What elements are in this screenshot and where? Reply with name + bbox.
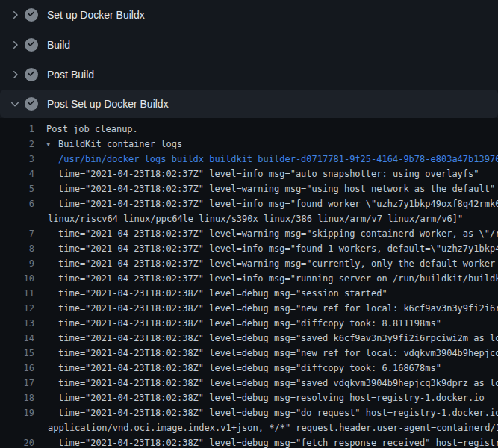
step-row-post-build[interactable]: Post Build: [0, 60, 498, 90]
log-line-text: time="2021-04-23T18:02:38Z" level=debug …: [58, 316, 441, 331]
line-number[interactable]: 8: [0, 241, 34, 256]
line-number[interactable]: 7: [0, 226, 34, 241]
log-line: 5 time="2021-04-23T18:02:37Z" level=warn…: [0, 181, 498, 196]
line-number[interactable]: 14: [0, 331, 34, 346]
line-number[interactable]: 5: [0, 181, 34, 196]
log-line: 15 time="2021-04-23T18:02:38Z" level=deb…: [0, 346, 498, 361]
step-row-post-set-up-docker-buildx[interactable]: Post Set up Docker Buildx: [0, 90, 498, 118]
line-number[interactable]: 19: [0, 405, 34, 420]
log-line: 11 time="2021-04-23T18:02:38Z" level=deb…: [0, 286, 498, 301]
log-line: 16 time="2021-04-23T18:02:38Z" level=deb…: [0, 361, 498, 376]
log-line-text: time="2021-04-23T18:02:37Z" level=warnin…: [58, 226, 498, 241]
log-line-text: time="2021-04-23T18:02:38Z" level=debug …: [58, 361, 441, 376]
log-line: 19 time="2021-04-23T18:02:38Z" level=deb…: [0, 405, 498, 420]
line-number[interactable]: 12: [0, 301, 34, 316]
log-line-text: time="2021-04-23T18:02:38Z" level=debug …: [58, 405, 498, 420]
line-number[interactable]: 17: [0, 376, 34, 391]
check-circle-icon: [25, 38, 38, 52]
check-circle-icon: [25, 68, 38, 81]
chevron-right-icon: [9, 69, 21, 81]
log-line-text: time="2021-04-23T18:02:37Z" level=info m…: [58, 167, 479, 181]
chevron-right-icon: [9, 39, 21, 51]
line-number[interactable]: 6: [0, 196, 34, 211]
log-line-text: time="2021-04-23T18:02:37Z" level=info m…: [58, 241, 498, 256]
log-line: 20 time="2021-04-23T18:02:38Z" level=deb…: [0, 435, 498, 448]
log-line: 2 ▼BuildKit container logs: [0, 137, 498, 152]
log-line: 9 time="2021-04-23T18:02:37Z" level=warn…: [0, 256, 498, 271]
line-number[interactable]: 9: [0, 256, 34, 271]
line-number[interactable]: 20: [0, 435, 34, 448]
step-label: Post Build: [47, 69, 94, 81]
log-line: 7 time="2021-04-23T18:02:37Z" level=warn…: [0, 226, 498, 241]
step-row-set-up-docker-buildx[interactable]: Set up Docker Buildx: [0, 0, 498, 30]
line-number[interactable]: 16: [0, 361, 34, 376]
log-line: 17 time="2021-04-23T18:02:38Z" level=deb…: [0, 376, 498, 391]
step-row-build[interactable]: Build: [0, 30, 498, 60]
line-number[interactable]: 18: [0, 391, 34, 405]
line-number[interactable]: 3: [0, 152, 34, 167]
log-line-text: time="2021-04-23T18:02:37Z" level=warnin…: [58, 181, 495, 196]
log-line-text: linux/riscv64 linux/ppc64le linux/s390x …: [48, 211, 463, 226]
line-number[interactable]: 2: [0, 137, 34, 152]
line-number[interactable]: 13: [0, 316, 34, 331]
log-line: 13 time="2021-04-23T18:02:38Z" level=deb…: [0, 316, 498, 331]
log-line: 1 Post job cleanup.: [0, 122, 498, 137]
step-list: Set up Docker Buildx Build: [0, 0, 498, 118]
log-line-text: time="2021-04-23T18:02:37Z" level=info m…: [58, 196, 498, 211]
log-line: 6 time="2021-04-23T18:02:37Z" level=info…: [0, 196, 498, 211]
line-number[interactable]: 4: [0, 167, 34, 181]
log-line-text: ▼BuildKit container logs: [46, 137, 182, 152]
step-label: Post Set up Docker Buildx: [47, 98, 169, 110]
line-number[interactable]: 1: [0, 122, 34, 137]
chevron-down-icon: [9, 98, 21, 110]
log-line-text: /usr/bin/docker logs buildx_buildkit_bui…: [58, 152, 498, 167]
log-line: 4 time="2021-04-23T18:02:37Z" level=info…: [0, 167, 498, 181]
line-number[interactable]: 10: [0, 271, 34, 286]
log-line: application/vnd.oci.image.index.v1+json,…: [0, 420, 498, 435]
log-line-text: time="2021-04-23T18:02:38Z" level=debug …: [58, 331, 498, 346]
log-line-text: time="2021-04-23T18:02:37Z" level=info m…: [58, 271, 498, 286]
log-line: 14 time="2021-04-23T18:02:38Z" level=deb…: [0, 331, 498, 346]
log-line-text: time="2021-04-23T18:02:38Z" level=debug …: [58, 286, 387, 301]
log-line-text: application/vnd.oci.image.index.v1+json,…: [48, 420, 498, 435]
line-number[interactable]: 11: [0, 286, 34, 301]
log-line-text: time="2021-04-23T18:02:38Z" level=debug …: [58, 391, 485, 405]
log-line: 12 time="2021-04-23T18:02:38Z" level=deb…: [0, 301, 498, 316]
log-line: 10 time="2021-04-23T18:02:37Z" level=inf…: [0, 271, 498, 286]
step-label: Build: [47, 39, 70, 51]
group-collapse-triangle-icon[interactable]: ▼: [46, 137, 58, 152]
actions-job-log-pane: Set up Docker Buildx Build: [0, 0, 498, 448]
log-line-text: Post job cleanup.: [46, 122, 138, 137]
log-line-text: time="2021-04-23T18:02:37Z" level=warnin…: [58, 256, 498, 271]
step-label: Set up Docker Buildx: [47, 9, 145, 21]
chevron-right-icon: [9, 9, 21, 21]
log-line: 18 time="2021-04-23T18:02:38Z" level=deb…: [0, 391, 498, 405]
check-circle-icon: [25, 8, 38, 22]
group-title: BuildKit container logs: [58, 139, 182, 149]
log-line-text: time="2021-04-23T18:02:38Z" level=debug …: [58, 435, 498, 448]
log-line: 3 /usr/bin/docker logs buildx_buildkit_b…: [0, 152, 498, 167]
log-scroll-area[interactable]: 1 Post job cleanup. 2 ▼BuildKit containe…: [0, 118, 498, 448]
log-line-text: time="2021-04-23T18:02:38Z" level=debug …: [58, 301, 498, 316]
log-line-text: time="2021-04-23T18:02:38Z" level=debug …: [58, 346, 498, 361]
line-number[interactable]: 15: [0, 346, 34, 361]
log-line: linux/riscv64 linux/ppc64le linux/s390x …: [0, 211, 498, 226]
log-line-text: time="2021-04-23T18:02:38Z" level=debug …: [58, 376, 498, 391]
check-circle-icon: [25, 97, 38, 111]
log-line: 8 time="2021-04-23T18:02:37Z" level=info…: [0, 241, 498, 256]
